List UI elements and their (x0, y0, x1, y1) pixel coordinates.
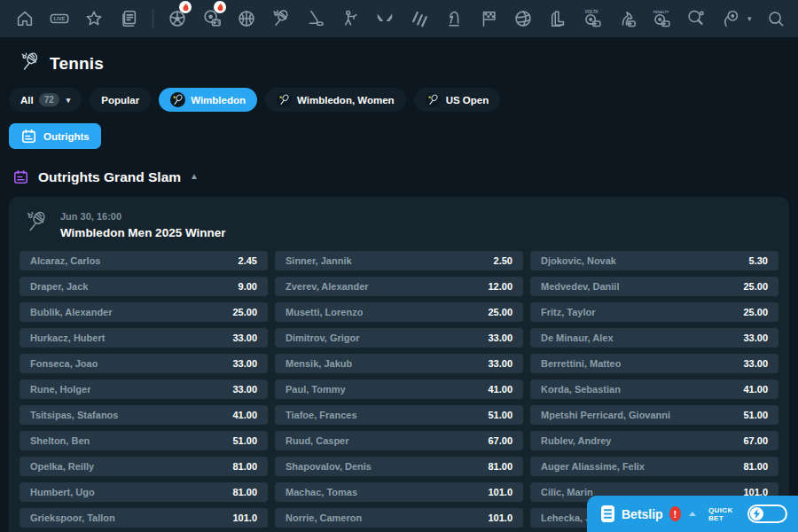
outcome-cell[interactable]: Fritz, Taylor25.00 (530, 302, 778, 322)
league-of-legends-icon[interactable] (547, 8, 568, 29)
volta-football-icon[interactable]: VOLTA (582, 8, 603, 29)
home-icon[interactable] (14, 8, 35, 29)
favorites-star-icon[interactable] (83, 8, 105, 29)
outcome-cell[interactable]: Djokovic, Novak5.30 (530, 251, 778, 270)
outcome-cell[interactable]: Zverev, Alexander12.00 (275, 277, 523, 296)
outcome-cell[interactable]: Bublik, Alexander25.00 (20, 302, 268, 322)
collapse-caret-icon[interactable]: ▲ (190, 171, 199, 181)
section-header[interactable]: Outrights Grand Slam ▲ (12, 168, 798, 185)
news-icon[interactable] (118, 8, 139, 29)
filter-chip-us-open[interactable]: US Open (414, 88, 501, 112)
outcome-cell[interactable]: De Minaur, Alex33.00 (530, 328, 778, 348)
outcome-odds: 33.00 (743, 358, 768, 369)
outcome-odds: 33.00 (488, 332, 512, 343)
outcome-name: Shapovalov, Denis (286, 461, 372, 472)
outcome-name: Griekspoor, Tallon (30, 512, 115, 523)
live-icon[interactable]: LIVE (49, 8, 70, 29)
betslip-expand-caret-icon[interactable] (689, 512, 696, 516)
outcome-cell[interactable]: Korda, Sebastian41.00 (530, 379, 778, 399)
svg-text:VOLTA: VOLTA (585, 10, 598, 14)
esoccer-icon[interactable] (201, 8, 223, 29)
outcome-cell[interactable]: Draper, Jack9.00 (20, 277, 268, 296)
tennis-racquet-icon (25, 210, 49, 238)
more-sports-caret-icon[interactable]: ▾ (747, 14, 752, 23)
outcome-cell[interactable]: Mensik, Jakub33.00 (275, 354, 523, 373)
outcome-cell[interactable]: Shapovalov, Denis81.00 (275, 457, 523, 476)
outcome-name: Ruud, Casper (286, 435, 349, 446)
outcome-odds: 25.00 (488, 307, 512, 317)
outcome-name: Medvedev, Daniil (541, 281, 619, 292)
counter-strike-icon[interactable] (340, 8, 361, 29)
outcome-name: Fonseca, Joao (30, 358, 98, 369)
volleyball-icon[interactable] (512, 8, 534, 29)
outcome-name: Fritz, Taylor (541, 307, 596, 317)
chip-label: Popular (101, 95, 139, 106)
quick-bet-toggle[interactable] (747, 505, 787, 523)
outcome-odds: 2.50 (494, 255, 512, 266)
outcome-odds: 67.00 (488, 435, 512, 446)
outcome-cell[interactable]: Rune, Holger33.00 (20, 379, 268, 399)
valorant-icon[interactable] (374, 8, 395, 29)
outcome-cell[interactable]: Alcaraz, Carlos2.45 (20, 251, 268, 270)
soccer-icon[interactable] (167, 8, 188, 29)
outcome-cell[interactable]: Ruud, Casper67.00 (275, 431, 523, 450)
tennis-racquet-icon (20, 51, 41, 76)
search-icon[interactable] (765, 8, 786, 29)
outcome-cell[interactable]: Paul, Tommy41.00 (275, 379, 523, 399)
filter-chip-all[interactable]: All72▾ (9, 88, 82, 112)
lightning-icon (750, 507, 763, 520)
outcome-cell[interactable]: Medvedev, Daniil25.00 (530, 277, 778, 296)
outcome-cell[interactable]: Musetti, Lorenzo25.00 (275, 302, 523, 322)
tennis-icon[interactable] (270, 8, 292, 29)
shuriken-icon[interactable] (409, 8, 430, 29)
svg-text:LIVE: LIVE (54, 16, 66, 21)
basketball-icon[interactable] (236, 8, 257, 29)
outcome-odds: 33.00 (232, 358, 257, 369)
table-tennis-icon[interactable] (685, 8, 707, 29)
outcome-cell[interactable]: Tiafoe, Frances51.00 (275, 405, 523, 425)
ice-hockey-icon[interactable] (305, 8, 326, 29)
outcome-cell[interactable]: Machac, Tomas101.0 (275, 482, 523, 502)
calendar-icon-purple (12, 168, 29, 185)
outcome-odds: 101.0 (488, 512, 512, 523)
handball-icon[interactable] (720, 8, 741, 29)
filter-chip-popular[interactable]: Popular (90, 88, 151, 112)
outcome-odds: 41.00 (232, 410, 257, 420)
outcome-odds: 81.00 (488, 461, 512, 472)
outcome-cell[interactable]: Auger Aliassime, Felix81.00 (530, 457, 778, 476)
outcome-odds: 33.00 (488, 358, 512, 369)
outcome-cell[interactable]: Opelka, Reilly81.00 (20, 457, 268, 476)
top-nav-bar: LIVEVOLTAPENALTY▾ (0, 0, 798, 37)
outcome-cell[interactable]: Sinner, Jannik2.50 (275, 251, 523, 270)
betslip-bar[interactable]: Betslip ! QUICK BET (587, 496, 798, 532)
filter-chip-wimbledon[interactable]: Wimbledon (159, 88, 257, 112)
outcome-name: Mensik, Jakub (286, 358, 352, 369)
penalty-football-icon[interactable]: PENALTY (651, 8, 672, 29)
outcome-cell[interactable]: Norrie, Cameron101.0 (275, 508, 523, 528)
chip-label: Wimbledon, Women (297, 95, 395, 106)
horse-racing-icon[interactable] (616, 8, 638, 29)
outcome-cell[interactable]: Hurkacz, Hubert33.00 (20, 328, 268, 348)
filter-chips: All72▾PopularWimbledonWimbledon, WomenUS… (9, 88, 798, 112)
outcome-cell[interactable]: Shelton, Ben51.00 (20, 431, 268, 450)
chess-icon[interactable] (443, 8, 465, 29)
filter-chip-wimbledon-women[interactable]: Wimbledon, Women (265, 88, 406, 112)
svg-text:PENALTY: PENALTY (653, 11, 669, 14)
outcome-cell[interactable]: Fonseca, Joao33.00 (20, 354, 268, 373)
outcome-cell[interactable]: Rublev, Andrey67.00 (530, 431, 778, 450)
outcome-odds: 33.00 (232, 332, 257, 343)
outrights-button[interactable]: Outrights (9, 123, 101, 149)
racing-flag-icon[interactable] (478, 8, 499, 29)
outcome-odds: 12.00 (488, 281, 512, 292)
outcome-cell[interactable]: Mpetshi Perricard, Giovanni51.00 (530, 405, 778, 425)
odds-grid: Alcaraz, Carlos2.45Sinner, Jannik2.50Djo… (20, 251, 778, 532)
outcome-cell[interactable]: Humbert, Ugo81.00 (20, 482, 268, 502)
hot-fire-icon (179, 1, 192, 13)
outcome-name: Machac, Tomas (286, 487, 357, 497)
outcome-name: Hurkacz, Hubert (30, 332, 105, 343)
outcome-cell[interactable]: Griekspoor, Tallon101.0 (20, 508, 268, 528)
outcome-cell[interactable]: Dimitrov, Grigor33.00 (275, 328, 523, 348)
outcome-cell[interactable]: Berrettini, Matteo33.00 (530, 354, 778, 373)
outcome-odds: 2.45 (239, 255, 257, 266)
outcome-cell[interactable]: Tsitsipas, Stafanos41.00 (20, 405, 268, 425)
